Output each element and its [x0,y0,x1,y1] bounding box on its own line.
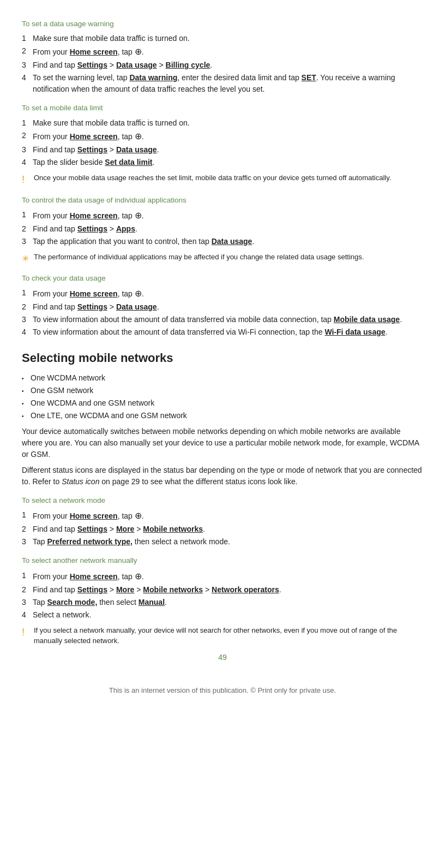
steps-mobile-data-limit: 1 Make sure that mobile data traffic is … [22,117,423,168]
subsection-select-network-mode: To select a network mode 1 From your Hom… [22,495,423,548]
step-text: From your Home screen, tap ⊕. [33,570,423,583]
step-number: 3 [22,597,33,608]
step-item: 2 Find and tap Settings > More > Mobile … [22,584,423,596]
note-text: If you select a network manually, your d… [34,625,423,646]
step-text: To set the warning level, tap Data warni… [33,72,423,95]
step-text: Find and tap Settings > Data usage. [33,144,423,156]
step-item: 2 Find and tap Settings > More > Mobile … [22,524,423,535]
subsection-heading-network-manual: To select another network manually [22,555,423,566]
step-text: Make sure that mobile data traffic is tu… [33,117,423,129]
step-item: 2 From your Home screen, tap ⊕. [22,130,423,143]
step-item: 1 Make sure that mobile data traffic is … [22,33,423,44]
step-item: 3 Tap Preferred network type, then selec… [22,536,423,548]
step-item: 2 Find and tap Settings > Data usage. [22,301,423,313]
network-bullet-list: • One WCDMA network • One GSM network • … [22,372,423,421]
bullet-icon: • [22,412,31,420]
subsection-heading-network-mode: To select a network mode [22,495,423,506]
steps-select-network-manually: 1 From your Home screen, tap ⊕. 2 Find a… [22,570,423,621]
step-number: 3 [22,144,33,156]
exclamation-icon: ! [22,173,34,187]
step-item: 1 From your Home screen, tap ⊕. [22,209,423,222]
step-item: 4 Select a network. [22,609,423,621]
step-number: 2 [22,45,33,58]
step-number: 1 [22,209,33,222]
step-number: 2 [22,130,33,143]
step-item: 3 Tap the application that you want to c… [22,236,423,247]
section-heading-data-warning: To set a data usage warning [22,19,423,29]
step-item: 3 Find and tap Settings > Data usage > B… [22,60,423,71]
step-number: 2 [22,301,33,313]
step-item: 1 From your Home screen, tap ⊕. [22,509,423,522]
page-number: 49 [22,652,423,663]
step-text: To view information about the amount of … [33,314,423,325]
network-paragraph-2: Different status icons are displayed in … [22,465,423,487]
step-text: Select a network. [33,609,423,621]
step-item: 1 From your Home screen, tap ⊕. [22,287,423,300]
bullet-icon: • [22,400,31,408]
step-number: 4 [22,72,33,95]
step-text: From your Home screen, tap ⊕. [33,509,423,522]
bullet-item: • One WCDMA and one GSM network [22,397,423,409]
step-number: 1 [22,33,33,44]
step-text: Find and tap Settings > Data usage. [33,301,423,313]
bullet-item: • One GSM network [22,385,423,396]
section-set-mobile-data-limit: To set a mobile data limit 1 Make sure t… [22,103,423,187]
section-check-data-usage: To check your data usage 1 From your Hom… [22,273,423,338]
section-set-data-usage-warning: To set a data usage warning 1 Make sure … [22,19,423,95]
step-text: From your Home screen, tap ⊕. [33,287,423,300]
bullet-text: One WCDMA network [31,372,105,384]
exclamation-icon: ! [22,625,34,640]
tip-control-data: ✳ The performance of individual applicat… [22,252,423,265]
bullet-text: One GSM network [31,385,93,396]
step-text: From your Home screen, tap ⊕. [33,130,423,143]
step-text: Tap the application that you want to con… [33,236,423,247]
step-text: Tap the slider beside Set data limit. [33,157,423,168]
step-number: 2 [22,584,33,596]
steps-check-data: 1 From your Home screen, tap ⊕. 2 Find a… [22,287,423,338]
step-text: Find and tap Settings > More > Mobile ne… [33,584,423,596]
step-number: 1 [22,117,33,129]
step-text: Find and tap Settings > More > Mobile ne… [33,524,423,535]
step-text: Make sure that mobile data traffic is tu… [33,33,423,44]
subsection-select-network-manually: To select another network manually 1 Fro… [22,555,423,646]
page-footer: This is an internet version of this publ… [22,685,423,696]
big-section-heading: Selecting mobile networks [22,349,423,367]
step-item: 1 Make sure that mobile data traffic is … [22,117,423,129]
bullet-text: One LTE, one WCDMA and one GSM network [31,410,187,421]
step-number: 3 [22,60,33,71]
step-item: 3 Tap Search mode, then select Manual. [22,597,423,608]
steps-data-warning: 1 Make sure that mobile data traffic is … [22,33,423,95]
step-text: From your Home screen, tap ⊕. [33,209,423,222]
step-text: Find and tap Settings > Data usage > Bil… [33,60,423,71]
step-item: 4 To view information about the amount o… [22,326,423,338]
note-text: Once your mobile data usage reaches the … [34,173,423,183]
step-item: 2 From your Home screen, tap ⊕. [22,45,423,58]
section-heading-check-data: To check your data usage [22,273,423,284]
section-heading-control-data: To control the data usage of individual … [22,195,423,206]
step-item: 4 To set the warning level, tap Data war… [22,72,423,95]
step-text: Tap Search mode, then select Manual. [33,597,423,608]
step-text: To view information about the amount of … [33,326,423,338]
tip-icon: ✳ [22,252,34,265]
steps-select-network-mode: 1 From your Home screen, tap ⊕. 2 Find a… [22,509,423,548]
steps-control-data: 1 From your Home screen, tap ⊕. 2 Find a… [22,209,423,247]
page-content: To set a data usage warning 1 Make sure … [22,19,423,695]
step-number: 3 [22,236,33,247]
note-network-manual: ! If you select a network manually, your… [22,625,423,646]
step-text: From your Home screen, tap ⊕. [33,45,423,58]
step-number: 1 [22,509,33,522]
step-text: Find and tap Settings > Apps. [33,223,423,235]
step-number: 3 [22,536,33,548]
step-text: Tap Preferred network type, then select … [33,536,423,548]
step-number: 1 [22,287,33,300]
tip-text: The performance of individual applicatio… [34,252,423,263]
step-number: 4 [22,157,33,168]
step-number: 1 [22,570,33,583]
bullet-item: • One LTE, one WCDMA and one GSM network [22,410,423,421]
step-number: 4 [22,326,33,338]
section-heading-mobile-data-limit: To set a mobile data limit [22,103,423,114]
step-item: 1 From your Home screen, tap ⊕. [22,570,423,583]
bullet-icon: • [22,374,31,383]
step-number: 3 [22,314,33,325]
step-number: 2 [22,223,33,235]
